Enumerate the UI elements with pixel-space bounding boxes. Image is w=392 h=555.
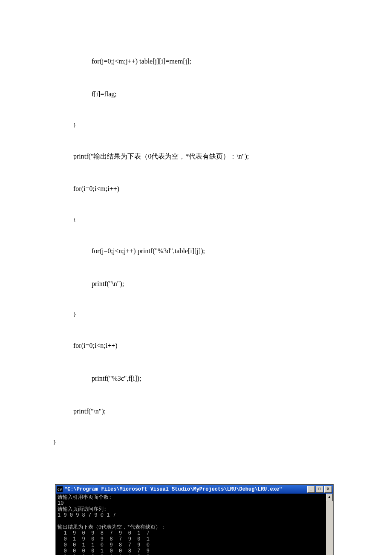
code-brace: } bbox=[0, 311, 392, 318]
scroll-track[interactable] bbox=[326, 501, 333, 555]
scrollbar[interactable]: ▲ ▼ bbox=[326, 494, 333, 555]
code-line: printf("输出结果为下表（0代表为空，*代表有缺页）：\n"); bbox=[0, 151, 392, 162]
console-line: 10 bbox=[58, 500, 63, 506]
code-line: f[i]=flag; bbox=[0, 89, 392, 100]
code-line: printf("\n"); bbox=[0, 278, 392, 289]
code-brace: { bbox=[0, 216, 392, 224]
console-row: 0 0 0 0 1 0 0 8 7 9 bbox=[58, 548, 150, 554]
scroll-up-button[interactable]: ▲ bbox=[326, 494, 333, 501]
console-row: 0 0 1 1 0 9 8 7 9 0 bbox=[58, 542, 150, 548]
console-body-wrap: 请输入引用串页面个数: 10 请输入页面访问序列: 1 9 0 9 8 7 9 … bbox=[56, 494, 333, 555]
window-titlebar[interactable]: cv "C:\Program Files\Microsoft Visual St… bbox=[56, 485, 333, 494]
code-line: for(j=0;j<m;j++) table[j][i]=mem[j]; bbox=[0, 56, 392, 67]
window-title: "C:\Program Files\Microsoft Visual Studi… bbox=[64, 486, 307, 492]
console-line: 1 9 0 9 8 7 9 0 1 7 bbox=[58, 512, 116, 518]
console-line: 输出结果为下表（0代表为空，*代表有缺页）： bbox=[58, 524, 166, 530]
code-line: printf("\n"); bbox=[0, 406, 392, 417]
console-row: 1 9 0 9 8 7 9 0 1 7 bbox=[58, 530, 150, 536]
console-line: 请输入页面访问序列: bbox=[58, 506, 107, 512]
code-brace: } bbox=[0, 439, 392, 446]
app-icon: cv bbox=[57, 486, 63, 492]
code-block: for(j=0;j<m;j++) table[j][i]=mem[j]; f[i… bbox=[0, 34, 392, 468]
minimize-button[interactable]: _ bbox=[307, 486, 315, 493]
console-line: 请输入引用串页面个数: bbox=[58, 494, 112, 500]
code-line: printf("%3c",f[i]); bbox=[0, 373, 392, 384]
code-brace: } bbox=[0, 121, 392, 129]
code-line: for(j=0;j<n;j++) printf("%3d",table[i][j… bbox=[0, 246, 392, 257]
close-button[interactable]: × bbox=[324, 486, 332, 493]
window-controls: _ □ × bbox=[307, 486, 332, 493]
code-line: for(i=0;i<n;i++) bbox=[0, 340, 392, 351]
code-line: for(i=0;i<m;i++) bbox=[0, 183, 392, 194]
console-row: 0 1 9 0 9 8 7 9 0 1 bbox=[58, 536, 150, 542]
console-output: 请输入引用串页面个数: 10 请输入页面访问序列: 1 9 0 9 8 7 9 … bbox=[56, 494, 326, 555]
console-window: cv "C:\Program Files\Microsoft Visual St… bbox=[55, 485, 333, 555]
document-page: for(j=0;j<m;j++) table[j][i]=mem[j]; f[i… bbox=[0, 0, 392, 555]
maximize-button[interactable]: □ bbox=[316, 486, 323, 493]
